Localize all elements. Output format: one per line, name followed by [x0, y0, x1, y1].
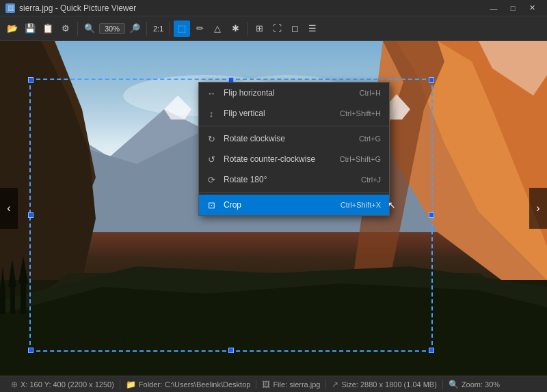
crop-icon: ⊡	[204, 198, 218, 212]
size-section: ↗ Size: 2880 x 1800 (1.04 MB)	[326, 380, 442, 389]
more-button[interactable]: ✱	[227, 20, 243, 37]
coordinates-text: X: 160 Y: 400 (2200 x 1250)	[21, 380, 114, 389]
separator-3	[170, 22, 170, 36]
handle-mr[interactable]	[429, 212, 434, 218]
separator-1	[77, 22, 78, 36]
file-label: File: sierra.jpg	[273, 380, 320, 389]
select-button[interactable]: ⬚	[174, 20, 190, 37]
title-left: 🖼 sierra.jpg - Quick Picture Viewer	[5, 3, 136, 13]
file-section: 🖼 File: sierra.jpg	[256, 380, 326, 389]
maximize-button[interactable]: □	[503, 0, 522, 16]
handle-tl[interactable]	[28, 77, 34, 83]
folder-label: Folder:	[139, 380, 162, 389]
flip-h-shortcut: Ctrl+H	[360, 89, 381, 97]
zoom-label[interactable]: 30%	[99, 23, 125, 34]
rotate-180-shortcut: Ctrl+J	[361, 176, 381, 184]
window-button[interactable]: ◻	[286, 20, 303, 37]
menu-crop[interactable]: ⊡ Crop Ctrl+Shift+X ↖	[199, 195, 389, 215]
flip-h-label: Flip horizontal	[224, 88, 349, 98]
coords-icon: ⊕	[11, 380, 18, 389]
handle-bm[interactable]	[228, 348, 234, 353]
context-menu: ↔ Flip horizontal Ctrl+H ↕ Flip vertical…	[198, 82, 390, 216]
crop-label: Crop	[224, 200, 330, 210]
prev-image-button[interactable]: ‹	[0, 188, 18, 229]
minimize-button[interactable]: —	[484, 0, 503, 16]
menu-rotate-180[interactable]: ⟳ Rotate 180° Ctrl+J	[199, 169, 389, 190]
flip-v-label: Flip vertical	[224, 109, 329, 118]
file-icon: 🖼	[262, 380, 270, 389]
title-bar: 🖼 sierra.jpg - Quick Picture Viewer — □ …	[0, 0, 547, 16]
rotate-ccw-label: Rotate counter-clockwise	[224, 154, 328, 164]
folder-icon: 📁	[126, 380, 136, 389]
size-icon: ↗	[332, 380, 338, 389]
zoom-status-label: Zoom: 30%	[462, 380, 500, 389]
separator-2	[146, 22, 147, 36]
flip-h-icon: ↔	[204, 86, 218, 100]
window-controls: — □ ✕	[484, 0, 542, 16]
zoom-in-button[interactable]: 🔎	[126, 20, 143, 37]
handle-ml[interactable]	[28, 212, 34, 218]
size-label: Size: 2880 x 1800 (1.04 MB)	[341, 380, 436, 389]
folder-path: C:\Users\Beelink\Desktop	[165, 380, 250, 389]
settings-button[interactable]: ⚙	[57, 20, 74, 37]
status-bar: ⊕ X: 160 Y: 400 (2200 x 1250) 📁 Folder: …	[0, 376, 547, 392]
pencil-button[interactable]: ✏	[191, 20, 208, 37]
close-button[interactable]: ✕	[522, 0, 542, 16]
toolbar: 📂 💾 📋 ⚙ 🔍 30% 🔎 2:1 ⬚ ✏ △ ✱ ⊞ ⛶ ◻ ☰	[0, 16, 547, 41]
rotate-ccw-icon: ↺	[204, 152, 218, 166]
window-title: sierra.jpg - Quick Picture Viewer	[19, 3, 136, 13]
menu-sep-2	[199, 192, 389, 193]
save-button[interactable]: 💾	[22, 20, 38, 37]
menu-sep-1	[199, 126, 389, 126]
flip-v-icon: ↕	[204, 107, 218, 120]
rotate-cw-icon: ↻	[204, 132, 218, 145]
main-image-area: ‹ › ↔ Flip horizontal Ctrl+H ↕ Flip vert…	[0, 41, 547, 376]
flip-v-shortcut: Ctrl+Shift+H	[340, 109, 381, 117]
grid-button[interactable]: ⊞	[251, 20, 267, 37]
app-icon: 🖼	[5, 3, 15, 13]
zoom-out-button[interactable]: 🔍	[81, 20, 98, 37]
copy-button[interactable]: 📋	[40, 20, 56, 37]
rotate-cw-label: Rotate clockwise	[224, 134, 348, 143]
fullscreen-button[interactable]: ⛶	[269, 20, 285, 37]
open-button[interactable]: 📂	[4, 20, 21, 37]
menu-flip-vertical[interactable]: ↕ Flip vertical Ctrl+Shift+H	[199, 103, 389, 124]
coordinates-section: ⊕ X: 160 Y: 400 (2200 x 1250)	[5, 380, 120, 389]
zoom-section: 🔍 Zoom: 30%	[443, 380, 505, 389]
menu-rotate-cw[interactable]: ↻ Rotate clockwise Ctrl+G	[199, 128, 389, 149]
crop-shortcut: Ctrl+Shift+X	[341, 201, 381, 209]
folder-section: 📁 Folder: C:\Users\Beelink\Desktop	[120, 380, 257, 389]
next-image-button[interactable]: ›	[529, 188, 547, 229]
handle-tr[interactable]	[429, 77, 434, 83]
separator-4	[247, 22, 248, 36]
shape-button[interactable]: △	[209, 20, 226, 37]
svg-rect-21	[10, 283, 15, 314]
menu-flip-horizontal[interactable]: ↔ Flip horizontal Ctrl+H	[199, 83, 389, 103]
handle-br[interactable]	[429, 348, 434, 353]
menu-rotate-ccw[interactable]: ↺ Rotate counter-clockwise Ctrl+Shift+G	[199, 149, 389, 169]
rotate-cw-shortcut: Ctrl+G	[359, 135, 381, 143]
handle-bl[interactable]	[28, 348, 34, 353]
svg-rect-23	[21, 280, 26, 314]
menu-button[interactable]: ☰	[304, 20, 321, 37]
rotate-180-label: Rotate 180°	[224, 175, 350, 184]
ratio-label: 2:1	[150, 25, 166, 33]
zoom-icon: 🔍	[449, 380, 459, 389]
rotate-180-icon: ⟳	[204, 173, 218, 186]
rotate-ccw-shortcut: Ctrl+Shift+G	[339, 155, 381, 163]
